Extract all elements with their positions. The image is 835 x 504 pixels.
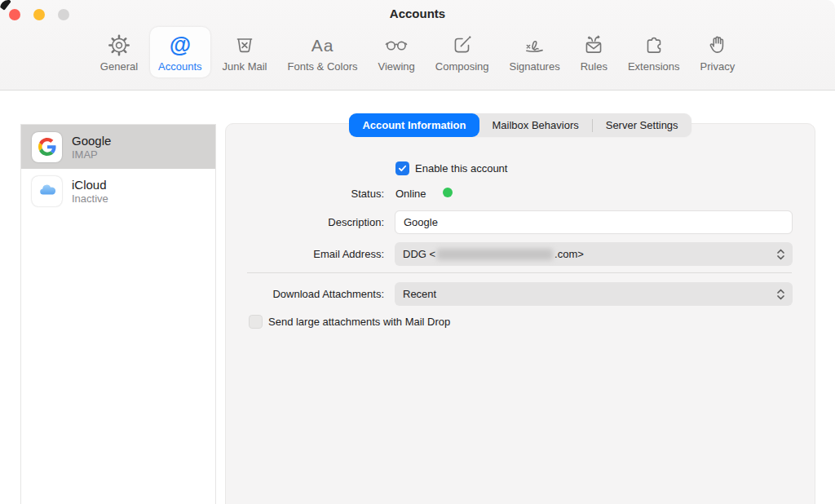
sidebar-item-google[interactable]: Google IMAP [21,125,215,169]
account-name: iCloud [72,178,108,192]
toolbar-label: Extensions [628,60,680,73]
rules-envelope-icon [581,31,606,59]
toolbar-label: General [100,60,138,73]
account-name: Google [72,134,111,148]
status-label: Status: [351,188,384,200]
accounts-sidebar: Google IMAP iCloud Inactive [20,124,216,504]
icloud-icon [32,176,62,206]
toolbar-label: Accounts [158,60,201,73]
at-icon: @ [170,31,191,59]
download-attachments-popup[interactable]: Recent [395,282,793,306]
toolbar-item-rules[interactable]: Rules [572,27,616,77]
toolbar-item-fonts-colors[interactable]: Aa Fonts & Colors [279,27,365,77]
mail-drop-checkbox[interactable] [249,315,263,329]
toolbar-item-composing[interactable]: Composing [427,27,497,77]
download-attachments-label: Download Attachments: [272,288,384,300]
chevron-up-down-icon [776,248,785,261]
checkmark-icon [398,164,407,173]
email-address-popup[interactable]: DDG < .com> [395,242,793,266]
tab-account-information[interactable]: Account Information [349,113,479,137]
mail-drop-label: Send large attachments with Mail Drop [268,316,450,328]
toolbar-item-junk-mail[interactable]: Junk Mail [214,27,276,77]
description-input[interactable]: Google [395,210,793,234]
section-divider [247,272,792,273]
window-title: Accounts [0,7,835,20]
window-toolbar: Accounts General @ Accounts Junk Mai [0,0,835,91]
account-subtitle: Inactive [72,192,108,205]
toolbar-item-accounts[interactable]: @ Accounts [150,27,210,77]
preferences-toolbar: General @ Accounts Junk Mail Aa Fonts & … [0,27,835,77]
toolbar-item-general[interactable]: General [92,27,146,77]
toolbar-label: Junk Mail [223,60,267,73]
gear-icon [107,31,131,59]
toolbar-item-privacy[interactable]: Privacy [692,27,744,77]
toolbar-item-viewing[interactable]: Viewing [369,27,422,77]
signature-icon [522,31,548,59]
tab-mailbox-behaviors[interactable]: Mailbox Behaviors [479,113,592,137]
compose-icon [450,31,475,59]
hand-icon [705,31,730,59]
junk-bin-icon [232,31,257,59]
toolbar-label: Viewing [378,60,414,73]
toolbar-label: Composing [435,60,489,73]
description-label: Description: [328,216,384,228]
glasses-icon [383,31,409,59]
download-attachments-value: Recent [403,288,436,300]
toolbar-item-signatures[interactable]: Signatures [501,27,568,77]
sidebar-item-icloud[interactable]: iCloud Inactive [21,169,215,213]
account-detail-panel: Account Information Mailbox Behaviors Se… [225,123,815,504]
email-prefix: DDG < [403,248,435,260]
status-value: Online [395,188,426,200]
online-indicator-dot [443,188,453,197]
google-logo-icon [32,132,62,162]
toolbar-label: Rules [581,60,607,73]
tab-server-settings[interactable]: Server Settings [593,113,691,137]
email-address-label: Email Address: [313,248,384,260]
email-suffix: .com> [554,248,584,260]
puzzle-icon [642,31,666,59]
toolbar-label: Privacy [700,60,736,73]
toolbar-label: Fonts & Colors [287,60,357,73]
enable-account-checkbox[interactable] [395,161,409,175]
enable-account-label: Enable this account [415,162,507,175]
toolbar-label: Signatures [510,60,560,73]
redacted-email [437,249,553,260]
fonts-icon: Aa [311,31,334,59]
description-value: Google [404,216,438,228]
tab-bar: Account Information Mailbox Behaviors Se… [349,113,691,137]
account-subtitle: IMAP [72,148,111,161]
toolbar-item-extensions[interactable]: Extensions [620,27,688,77]
chevron-up-down-icon [776,288,785,301]
